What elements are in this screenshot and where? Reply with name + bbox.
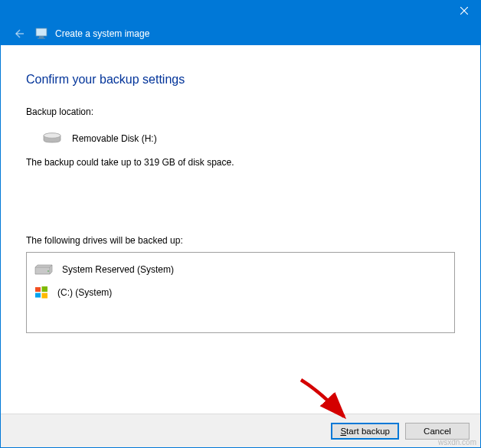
drive-label: System Reserved (System): [62, 264, 174, 275]
page-title: Confirm your backup settings: [26, 73, 455, 87]
svg-rect-5: [38, 38, 45, 38]
list-item: System Reserved (System): [34, 259, 447, 280]
close-button[interactable]: [447, 0, 481, 21]
svg-rect-12: [42, 293, 48, 299]
back-arrow-icon: [12, 27, 26, 41]
drives-listbox: System Reserved (System) (C:) (System): [26, 252, 455, 333]
backup-location-label: Backup location:: [26, 106, 455, 117]
back-button[interactable]: [11, 25, 28, 42]
drive-label: (C:) (System): [57, 287, 112, 298]
svg-rect-11: [35, 293, 41, 298]
footer: Start backup Cancel: [1, 414, 480, 447]
start-backup-button[interactable]: Start backup: [331, 423, 399, 440]
cancel-button[interactable]: Cancel: [405, 423, 470, 440]
window-title: Create a system image: [55, 28, 149, 39]
backup-location-row: Removable Disk (H:): [43, 132, 455, 145]
drives-label: The following drives will be backed up:: [26, 235, 455, 246]
hdd-icon: [34, 264, 53, 275]
content-area: Confirm your backup settings Backup loca…: [0, 45, 481, 333]
header: Create a system image: [0, 21, 481, 45]
svg-rect-10: [42, 286, 48, 292]
svg-point-7: [44, 133, 61, 138]
backup-location-value: Removable Disk (H:): [72, 133, 157, 144]
svg-rect-3: [36, 28, 47, 36]
app-icon: [35, 28, 47, 40]
close-icon: [460, 7, 468, 15]
windows-icon: [34, 286, 48, 299]
svg-point-8: [47, 270, 49, 272]
size-note: The backup could take up to 319 GB of di…: [26, 157, 455, 168]
removable-disk-icon: [43, 132, 61, 145]
titlebar: [0, 0, 481, 21]
list-item: (C:) (System): [34, 282, 447, 303]
svg-rect-9: [35, 287, 41, 292]
